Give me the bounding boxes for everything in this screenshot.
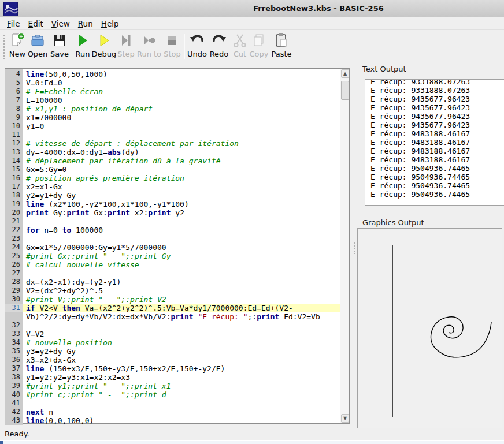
- app-icon[interactable]: [3, 2, 18, 16]
- text-output-line: E récup: 9483188.46167: [370, 138, 504, 147]
- code-line: 11: [5, 130, 340, 139]
- code-editor[interactable]: 4line(50,0,50,1000)5V=0:Ed=06# E=Echelle…: [5, 68, 350, 424]
- code-line: 40#print c;:print " - ";:print d: [5, 390, 340, 399]
- code-line: 35y3=y2+dy-Gy: [5, 347, 340, 356]
- paste-button[interactable]: Paste: [266, 32, 297, 62]
- menu-item-run[interactable]: Run: [78, 19, 93, 28]
- graphics-output-title: Graphics Output: [362, 218, 424, 227]
- text-output-lines: E récup: 9331888.07263E récup: 9331888.0…: [365, 79, 504, 199]
- bottom-edge-strip: [0, 440, 504, 444]
- code-line: 36x3=x2+dx-Gx: [5, 356, 340, 364]
- text-output-line: E récup: 9504936.74465: [370, 173, 504, 181]
- code-line: 7E=100000: [5, 96, 340, 105]
- code-line: 25#print Gx;:print " ";:print Gy: [5, 252, 340, 260]
- scroll-down-arrow-icon[interactable]: ▼: [341, 414, 349, 423]
- text-output-line: E récup: 9504936.74465: [370, 190, 504, 199]
- code-line: 13dy=-4000:dx=0:dy1=abs(dy): [5, 148, 340, 156]
- editor-scrollbar[interactable]: ▲ ▼: [340, 69, 349, 423]
- code-line: 12# vitesse de départ : déplacement par …: [5, 139, 340, 148]
- scroll-up-arrow-icon[interactable]: ▲: [341, 69, 349, 78]
- toolbar: NewOpenSaveRunDebugStepRun toStopUndoRed…: [0, 31, 504, 64]
- menu-bar: FileEditViewRunHelp: [0, 18, 504, 30]
- code-line: 34# nouvelle position: [5, 338, 340, 347]
- code-line: 8# x1,y1 : position de départ: [5, 105, 340, 113]
- debug-play-icon: [96, 32, 112, 48]
- save-floppy-icon: [51, 32, 68, 48]
- code-line: 18y2=y1+dy-Gy: [5, 191, 340, 200]
- window-title: FrrebootNew3.kbs - BASIC-256: [253, 4, 383, 13]
- text-output-line: E récup: 9331888.07263: [370, 86, 504, 95]
- open-folder-icon: [29, 32, 46, 48]
- graphics-output-panel: [357, 228, 502, 428]
- text-output-line: E récup: 9483188.46167: [370, 147, 504, 155]
- text-output-panel[interactable]: E récup: 9331888.07263E récup: 9331888.0…: [365, 79, 504, 206]
- code-line: 6# E=Echelle écran: [5, 87, 340, 96]
- text-output-line: E récup: 9435677.96423: [370, 95, 504, 103]
- toolbar-button-label: Copy: [250, 50, 269, 58]
- basic256-window: FrrebootNew3.kbs - BASIC-256 FileEditVie…: [0, 0, 504, 444]
- code-line: 42next n: [5, 408, 340, 416]
- text-output-line: E récup: 9331888.07263: [370, 79, 504, 86]
- menu-item-help[interactable]: Help: [101, 19, 119, 28]
- text-output-line: E récup: 9504936.74465: [370, 181, 504, 190]
- step-icon: [118, 32, 134, 48]
- code-line: 19line (x2*100,-y2*100,x1*100,-y1*100): [5, 200, 340, 208]
- text-output-line: E récup: 9483188.46167: [370, 129, 504, 138]
- code-line: 9x1=7000000: [5, 113, 340, 122]
- code-line: 17x2=x1-Gx: [5, 182, 340, 191]
- code-line: 5V=0:Ed=0: [5, 79, 340, 87]
- code-line: 39#print y1;:print " ";:print x1: [5, 382, 340, 390]
- code-line: 22for n=0 to 100000: [5, 226, 340, 234]
- code-line: 16# position aprés première itération: [5, 174, 340, 182]
- stop-icon: [164, 32, 180, 48]
- toolbar-separator: [72, 34, 72, 59]
- toolbar-button-label: Step: [117, 50, 135, 58]
- code-line: 30#print V;:print " ";:print V2: [5, 295, 340, 304]
- text-output-line: E récup: 9504936.74465: [370, 164, 504, 173]
- toolbar-separator: [184, 34, 185, 59]
- code-line: 32: [5, 321, 340, 330]
- code-line: 27: [5, 269, 340, 278]
- code-line: 21: [5, 217, 340, 226]
- code-line: 24Gx=x1*5/7000000:Gy=y1*5/7000000: [5, 243, 340, 252]
- code-line: 10y1=0: [5, 122, 340, 130]
- code-line: 41: [5, 399, 340, 408]
- text-output-title: Text Output: [362, 65, 406, 73]
- code-line: 14# déplacement par itération dû à la gr…: [5, 156, 340, 165]
- title-bar: FrrebootNew3.kbs - BASIC-256: [0, 0, 504, 17]
- menu-item-edit[interactable]: Edit: [28, 19, 43, 28]
- run-to-icon: [141, 32, 157, 48]
- code-line: 33V=V2: [5, 330, 340, 338]
- code-line: 43line(0,0,100,0): [5, 416, 340, 425]
- paste-clipboard-icon: [273, 32, 290, 48]
- graphics-drawing: [358, 229, 502, 428]
- status-bar-text: Ready.: [5, 430, 29, 438]
- text-output-line: E récup: 9483188.46167: [370, 155, 504, 164]
- text-output-line: E récup: 9435677.96423: [370, 121, 504, 129]
- undo-icon: [189, 32, 205, 48]
- toolbar-button-label: Save: [50, 50, 69, 58]
- toolbar-button-label: Paste: [271, 50, 291, 58]
- copy-pages-icon: [251, 32, 267, 48]
- text-output-line: E récup: 9435677.96423: [370, 112, 504, 121]
- toolbar-button-label: Stop: [164, 50, 181, 58]
- code-line: 20print Gy:print Gx:print x2:print y2: [5, 208, 340, 217]
- code-line: 37line (150+x3/E,150+-y3/E,150+x2/E,150+…: [5, 364, 340, 373]
- code-line: 26# calcul nouvelle vitesse: [5, 260, 340, 269]
- code-lines: 4line(50,0,50,1000)5V=0:Ed=06# E=Echelle…: [5, 70, 340, 425]
- menu-item-file[interactable]: File: [7, 19, 20, 28]
- drawn-spiral: [431, 317, 491, 357]
- run-play-icon: [75, 32, 91, 48]
- bottom-corner-accent: [0, 441, 3, 444]
- code-line: 31if V2<V then Va=(x2^2+y2^2)^.5:Vb=Va*d…: [5, 304, 340, 312]
- code-line: 23: [5, 234, 340, 243]
- code-line: 28dx=(x2-x1):dy=(y2-y1): [5, 278, 340, 286]
- toolbar-button-label: Run: [76, 50, 90, 58]
- pane-splitter-handle[interactable]: [354, 241, 356, 254]
- code-line: 15Gx=5:Gy=0: [5, 165, 340, 174]
- code-line: 29V2=(dx^2+dy^2)^.5: [5, 286, 340, 295]
- menu-item-view[interactable]: View: [51, 19, 70, 28]
- code-line: Vb)^2/2:dy=dy*Vb/V2:dx=dx*Vb/V2:print "E…: [5, 312, 340, 321]
- scrollbar-thumb[interactable]: [341, 81, 349, 100]
- code-line: 4line(50,0,50,1000): [5, 70, 340, 79]
